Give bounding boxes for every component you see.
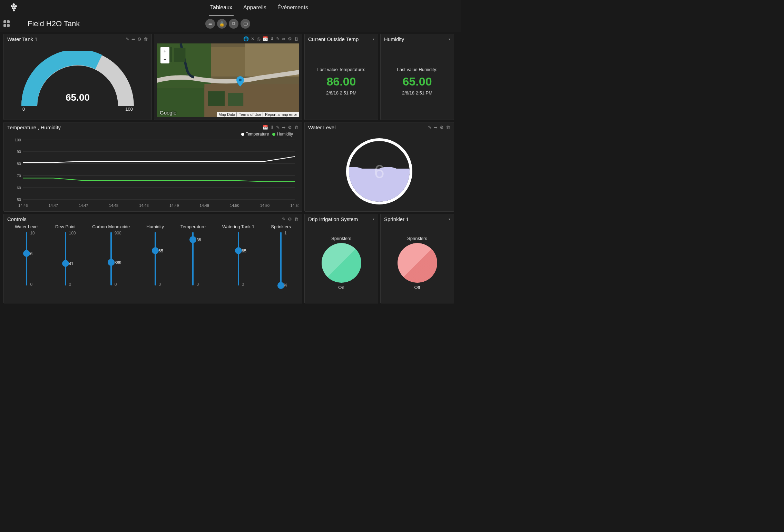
map-report-link[interactable]: Report a map error xyxy=(264,112,298,117)
trash-icon[interactable]: 🗑 xyxy=(294,217,298,222)
trash-icon[interactable]: 🗑 xyxy=(144,37,148,42)
share-icon[interactable]: ➦ xyxy=(131,37,135,42)
pencil-icon[interactable]: ✎ xyxy=(282,217,286,222)
trash-icon[interactable]: 🗑 xyxy=(294,36,298,41)
legend-temp: Temperature xyxy=(246,132,269,137)
download-icon[interactable]: ⬇ xyxy=(270,36,274,41)
slider-dew-point[interactable]: Dew Point100410 xyxy=(55,224,76,300)
gear-icon[interactable]: ⚙ xyxy=(137,37,141,42)
slider-water-level[interactable]: Water Level1060 xyxy=(15,224,39,300)
slider-max: 10 xyxy=(30,231,35,235)
nav-tableaux[interactable]: Tableaux xyxy=(209,0,234,16)
svg-point-2 xyxy=(15,5,17,7)
svg-text:100: 100 xyxy=(15,138,21,142)
pencil-icon[interactable]: ✎ xyxy=(428,125,432,130)
slider-min: 0 xyxy=(115,282,117,287)
humidity-title: Humidity xyxy=(384,36,446,42)
svg-point-1 xyxy=(13,5,15,7)
gauge-min: 0 xyxy=(22,107,25,112)
sprinkler-toggle[interactable] xyxy=(398,243,437,283)
temp-label: Last value Temperature: xyxy=(317,67,365,72)
page-title: Field H2O Tank xyxy=(28,19,80,28)
chevron-down-icon[interactable]: ▾ xyxy=(449,37,450,41)
map-terms-link[interactable]: Terms of Use xyxy=(237,112,263,117)
pencil-icon[interactable]: ✎ xyxy=(126,37,129,42)
slider-value: 6 xyxy=(30,251,32,256)
slider-value: 389 xyxy=(115,260,121,265)
water-level-title: Water Level xyxy=(308,124,426,130)
gear-icon[interactable]: ⚙ xyxy=(288,125,292,130)
svg-point-16 xyxy=(239,79,242,81)
gear-icon[interactable]: ⚙ xyxy=(288,36,292,41)
slider-humidity[interactable]: Humidity650 xyxy=(146,224,164,300)
trash-icon[interactable]: 🗑 xyxy=(446,125,450,130)
slider-sprinklers[interactable]: Sprinklers100 xyxy=(271,224,291,300)
zoom-in-button[interactable]: + xyxy=(160,47,169,55)
drip-state: On xyxy=(338,285,344,290)
dashboard-grid-icon[interactable] xyxy=(3,20,10,27)
svg-rect-15 xyxy=(228,93,243,106)
calendar-icon[interactable]: 📅 xyxy=(263,125,268,130)
sprinkler-title: Sprinkler 1 xyxy=(384,216,446,222)
target-icon[interactable]: ◎ xyxy=(257,36,261,41)
slider-value: 65 xyxy=(159,249,163,253)
outside-temp-title: Current Outside Temp xyxy=(308,36,370,42)
nav-evenements[interactable]: Événements xyxy=(276,0,310,16)
svg-text:14:48: 14:48 xyxy=(109,203,118,208)
tank-value: 6 xyxy=(374,161,384,182)
svg-point-5 xyxy=(13,9,15,11)
share-icon[interactable]: ➦ xyxy=(434,125,438,130)
download-icon[interactable]: ⬇ xyxy=(270,125,274,130)
slider-value: 86 xyxy=(196,238,201,242)
svg-rect-13 xyxy=(174,48,185,62)
chart-title: Temperature , Humidity xyxy=(7,124,261,130)
slider-carbon-monoxcide[interactable]: Carbon Monoxcide9003890 xyxy=(92,224,130,300)
slider-min: 0 xyxy=(30,282,32,287)
svg-rect-8 xyxy=(211,47,245,77)
gear-icon[interactable]: ⚙ xyxy=(288,217,292,222)
svg-text:14:46: 14:46 xyxy=(18,203,28,208)
trash-icon[interactable]: 🗑 xyxy=(294,125,298,130)
svg-text:90: 90 xyxy=(17,150,21,154)
slider-value: 41 xyxy=(69,261,74,266)
svg-point-0 xyxy=(11,5,13,7)
nav-appareils[interactable]: Appareils xyxy=(242,0,268,16)
slider-label: Carbon Monoxcide xyxy=(92,224,130,229)
drip-toggle[interactable] xyxy=(322,243,361,283)
gear-icon[interactable]: ⚙ xyxy=(440,125,444,130)
legend-hum: Humidity xyxy=(277,132,293,137)
slider-temperature[interactable]: Temperature860 xyxy=(180,224,206,300)
pencil-icon[interactable]: ✎ xyxy=(276,125,280,130)
slider-label: Sprinklers xyxy=(271,224,291,229)
svg-text:14:51: 14:51 xyxy=(290,203,298,208)
map-data-link[interactable]: Map Data xyxy=(217,112,237,117)
globe-icon[interactable]: 🌐 xyxy=(243,36,249,41)
sprinkler-state: Off xyxy=(414,285,420,290)
drip-title: Drip Irrigation System xyxy=(308,216,370,222)
svg-text:14:48: 14:48 xyxy=(139,203,148,208)
lock-icon[interactable]: 🔓 xyxy=(217,19,227,29)
gauge-max: 100 xyxy=(125,107,133,112)
display-icon[interactable]: 🖵 xyxy=(241,19,250,29)
svg-text:80: 80 xyxy=(17,162,21,166)
expand-icon[interactable]: ✕ xyxy=(251,36,255,41)
slider-min: 0 xyxy=(69,282,71,287)
chevron-down-icon[interactable]: ▾ xyxy=(449,217,450,221)
share-icon[interactable]: ➦ xyxy=(282,125,286,130)
share-icon[interactable]: ➦ xyxy=(205,19,215,29)
chevron-down-icon[interactable]: ▾ xyxy=(373,217,374,221)
slider-max: 100 xyxy=(69,231,76,235)
pencil-icon[interactable]: ✎ xyxy=(276,36,280,41)
svg-text:14:47: 14:47 xyxy=(49,203,58,208)
zoom-out-button[interactable]: − xyxy=(160,55,169,63)
share-icon[interactable]: ➦ xyxy=(282,36,286,41)
drip-subtitle: Sprinklers xyxy=(331,236,351,241)
map-marker-icon[interactable] xyxy=(236,76,244,88)
map-widget[interactable]: + − Google Map Data Terms of Use Report … xyxy=(157,43,299,117)
copy-icon[interactable]: ⧉ xyxy=(229,19,238,29)
water-tank-title: Water Tank 1 xyxy=(7,36,124,42)
calendar-icon[interactable]: 📅 xyxy=(263,36,268,41)
chevron-down-icon[interactable]: ▾ xyxy=(373,37,374,41)
slider-label: Watering Tank 1 xyxy=(222,224,254,229)
slider-watering-tank-1[interactable]: Watering Tank 1650 xyxy=(222,224,254,300)
